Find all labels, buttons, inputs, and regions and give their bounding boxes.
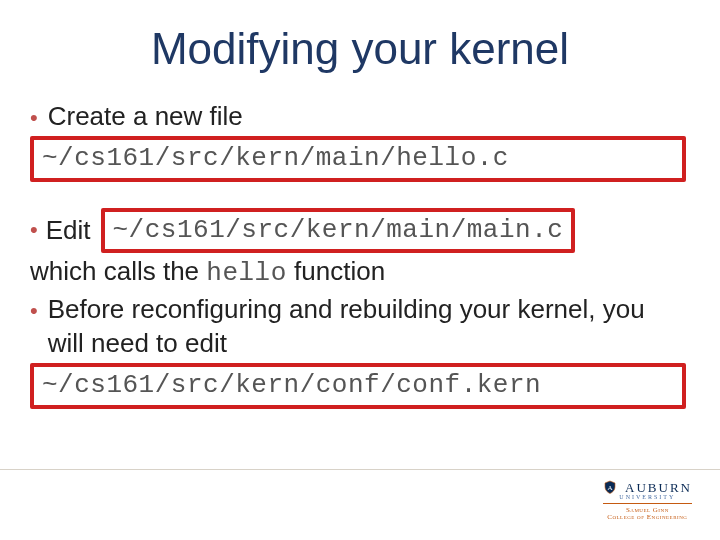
- footer-rule: [0, 469, 720, 470]
- logo-college2: College of Engineering: [603, 514, 692, 522]
- svg-text:A: A: [607, 484, 612, 492]
- bullet-dot-icon: •: [30, 216, 38, 245]
- which-suffix: function: [287, 255, 385, 289]
- codebox-main-c: ~/cs161/src/kern/main/main.c: [101, 208, 576, 254]
- slide-body: • Create a new file ~/cs161/src/kern/mai…: [30, 100, 690, 411]
- bullet-edit-main: • Edit ~/cs161/src/kern/main/main.c: [30, 206, 690, 256]
- bullet-create-text: Create a new file: [48, 100, 690, 134]
- codebox-hello-c: ~/cs161/src/kern/main/hello.c: [30, 136, 686, 182]
- bullet-create-file: • Create a new file: [30, 100, 690, 134]
- codebox-conf-kern: ~/cs161/src/kern/conf/conf.kern: [30, 363, 686, 409]
- which-prefix: which calls the: [30, 255, 206, 289]
- logo-wordmark: AUBURN: [625, 480, 692, 495]
- slide-title: Modifying your kernel: [0, 24, 720, 74]
- edit-label: Edit: [46, 214, 91, 248]
- which-calls-line: which calls the hello function: [30, 255, 690, 291]
- which-func: hello: [206, 257, 287, 291]
- auburn-shield-icon: A: [603, 480, 617, 494]
- bullet-dot-icon: •: [30, 105, 38, 131]
- logo-divider: [603, 503, 692, 504]
- bullet-before-reconfig: • Before reconfiguring and rebuilding yo…: [30, 293, 690, 361]
- footer-logo: A AUBURN UNIVERSITY Samuel Ginn College …: [603, 478, 692, 522]
- slide: Modifying your kernel • Create a new fil…: [0, 0, 720, 540]
- before-text: Before reconfiguring and rebuilding your…: [48, 293, 690, 361]
- bullet-dot-icon: •: [30, 298, 38, 324]
